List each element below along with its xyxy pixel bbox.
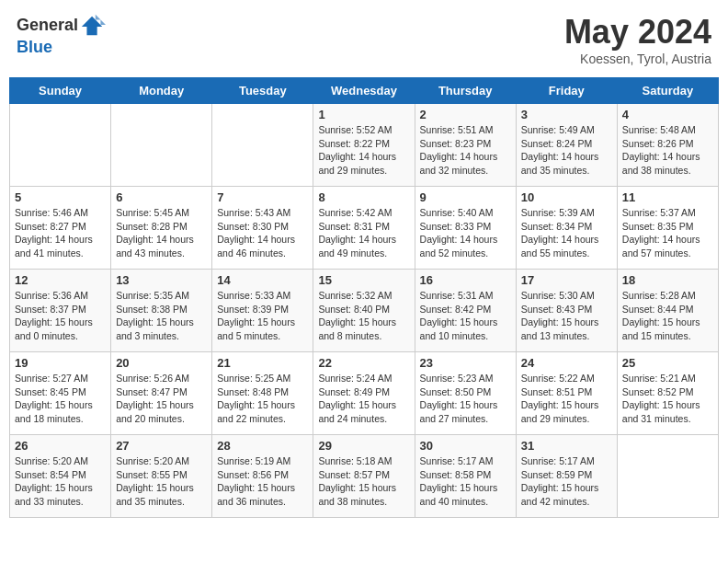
day-info: Sunrise: 5:39 AM Sunset: 8:34 PM Dayligh… bbox=[521, 206, 612, 260]
header-wednesday: Wednesday bbox=[313, 78, 415, 104]
calendar-cell: 5Sunrise: 5:46 AM Sunset: 8:27 PM Daylig… bbox=[10, 187, 111, 270]
header-saturday: Saturday bbox=[617, 78, 718, 104]
day-number: 10 bbox=[521, 190, 612, 204]
calendar-header: Sunday Monday Tuesday Wednesday Thursday… bbox=[10, 78, 719, 104]
calendar-table: Sunday Monday Tuesday Wednesday Thursday… bbox=[9, 77, 719, 518]
day-info: Sunrise: 5:28 AM Sunset: 8:44 PM Dayligh… bbox=[622, 289, 713, 343]
logo-blue: Blue bbox=[17, 38, 52, 56]
calendar-cell: 8Sunrise: 5:42 AM Sunset: 8:31 PM Daylig… bbox=[313, 187, 415, 270]
day-info: Sunrise: 5:20 AM Sunset: 8:55 PM Dayligh… bbox=[116, 454, 207, 509]
day-number: 27 bbox=[116, 439, 207, 453]
day-number: 15 bbox=[318, 273, 409, 287]
day-info: Sunrise: 5:51 AM Sunset: 8:23 PM Dayligh… bbox=[420, 123, 511, 178]
days-row: Sunday Monday Tuesday Wednesday Thursday… bbox=[10, 78, 719, 104]
day-info: Sunrise: 5:42 AM Sunset: 8:31 PM Dayligh… bbox=[318, 206, 409, 260]
day-number: 4 bbox=[622, 108, 713, 121]
day-number: 5 bbox=[15, 190, 106, 204]
calendar-cell: 21Sunrise: 5:25 AM Sunset: 8:48 PM Dayli… bbox=[212, 352, 313, 435]
header-monday: Monday bbox=[111, 78, 212, 104]
calendar-cell bbox=[10, 104, 111, 187]
day-number: 30 bbox=[420, 439, 511, 453]
day-info: Sunrise: 5:36 AM Sunset: 8:37 PM Dayligh… bbox=[15, 289, 106, 343]
day-number: 14 bbox=[217, 273, 308, 287]
calendar-cell: 14Sunrise: 5:33 AM Sunset: 8:39 PM Dayli… bbox=[212, 270, 313, 352]
day-number: 20 bbox=[116, 356, 207, 370]
calendar-cell: 29Sunrise: 5:18 AM Sunset: 8:57 PM Dayli… bbox=[313, 435, 415, 518]
day-number: 8 bbox=[318, 190, 409, 204]
logo-general: General bbox=[17, 17, 78, 35]
calendar-cell bbox=[111, 104, 212, 187]
calendar-title: May 2024 bbox=[564, 13, 711, 52]
day-number: 29 bbox=[318, 439, 409, 453]
day-info: Sunrise: 5:49 AM Sunset: 8:24 PM Dayligh… bbox=[521, 123, 612, 178]
day-info: Sunrise: 5:20 AM Sunset: 8:54 PM Dayligh… bbox=[15, 454, 106, 509]
calendar-week-3: 12Sunrise: 5:36 AM Sunset: 8:37 PM Dayli… bbox=[10, 270, 719, 352]
day-number: 23 bbox=[420, 356, 511, 370]
day-number: 2 bbox=[420, 108, 511, 121]
day-number: 13 bbox=[116, 273, 207, 287]
calendar-cell: 19Sunrise: 5:27 AM Sunset: 8:45 PM Dayli… bbox=[10, 352, 111, 435]
calendar-week-4: 19Sunrise: 5:27 AM Sunset: 8:45 PM Dayli… bbox=[10, 352, 719, 435]
calendar-cell: 11Sunrise: 5:37 AM Sunset: 8:35 PM Dayli… bbox=[617, 187, 718, 270]
day-info: Sunrise: 5:17 AM Sunset: 8:58 PM Dayligh… bbox=[420, 454, 511, 509]
calendar-cell: 28Sunrise: 5:19 AM Sunset: 8:56 PM Dayli… bbox=[212, 435, 313, 518]
day-number: 9 bbox=[420, 190, 511, 204]
calendar-cell: 27Sunrise: 5:20 AM Sunset: 8:55 PM Dayli… bbox=[111, 435, 212, 518]
calendar-cell: 23Sunrise: 5:23 AM Sunset: 8:50 PM Dayli… bbox=[415, 352, 516, 435]
calendar-cell: 4Sunrise: 5:48 AM Sunset: 8:26 PM Daylig… bbox=[617, 104, 718, 187]
day-info: Sunrise: 5:31 AM Sunset: 8:42 PM Dayligh… bbox=[420, 289, 511, 343]
day-number: 22 bbox=[318, 356, 409, 370]
calendar-cell: 17Sunrise: 5:30 AM Sunset: 8:43 PM Dayli… bbox=[516, 270, 617, 352]
calendar-cell: 7Sunrise: 5:43 AM Sunset: 8:30 PM Daylig… bbox=[212, 187, 313, 270]
day-number: 18 bbox=[622, 273, 713, 287]
day-number: 17 bbox=[521, 273, 612, 287]
day-info: Sunrise: 5:18 AM Sunset: 8:57 PM Dayligh… bbox=[318, 454, 409, 509]
day-number: 6 bbox=[116, 190, 207, 204]
day-number: 25 bbox=[622, 356, 713, 370]
day-number: 7 bbox=[217, 190, 308, 204]
day-info: Sunrise: 5:23 AM Sunset: 8:50 PM Dayligh… bbox=[420, 372, 511, 426]
day-info: Sunrise: 5:30 AM Sunset: 8:43 PM Dayligh… bbox=[521, 289, 612, 343]
header-friday: Friday bbox=[516, 78, 617, 104]
day-info: Sunrise: 5:32 AM Sunset: 8:40 PM Dayligh… bbox=[318, 289, 409, 343]
header-sunday: Sunday bbox=[10, 78, 111, 104]
logo-icon bbox=[80, 13, 106, 39]
calendar-cell: 26Sunrise: 5:20 AM Sunset: 8:54 PM Dayli… bbox=[10, 435, 111, 518]
calendar-cell: 30Sunrise: 5:17 AM Sunset: 8:58 PM Dayli… bbox=[415, 435, 516, 518]
day-number: 28 bbox=[217, 439, 308, 453]
page-header: General Blue May 2024 Koessen, Tyrol, Au… bbox=[9, 9, 719, 70]
calendar-week-5: 26Sunrise: 5:20 AM Sunset: 8:54 PM Dayli… bbox=[10, 435, 719, 518]
day-info: Sunrise: 5:27 AM Sunset: 8:45 PM Dayligh… bbox=[15, 372, 106, 426]
calendar-cell: 18Sunrise: 5:28 AM Sunset: 8:44 PM Dayli… bbox=[617, 270, 718, 352]
calendar-cell: 16Sunrise: 5:31 AM Sunset: 8:42 PM Dayli… bbox=[415, 270, 516, 352]
day-info: Sunrise: 5:26 AM Sunset: 8:47 PM Dayligh… bbox=[116, 372, 207, 426]
day-info: Sunrise: 5:33 AM Sunset: 8:39 PM Dayligh… bbox=[217, 289, 308, 343]
calendar-cell bbox=[617, 435, 718, 518]
header-thursday: Thursday bbox=[415, 78, 516, 104]
day-number: 12 bbox=[15, 273, 106, 287]
day-info: Sunrise: 5:25 AM Sunset: 8:48 PM Dayligh… bbox=[217, 372, 308, 426]
day-info: Sunrise: 5:24 AM Sunset: 8:49 PM Dayligh… bbox=[318, 372, 409, 426]
day-number: 3 bbox=[521, 108, 612, 121]
day-number: 11 bbox=[622, 190, 713, 204]
calendar-cell: 10Sunrise: 5:39 AM Sunset: 8:34 PM Dayli… bbox=[516, 187, 617, 270]
day-info: Sunrise: 5:37 AM Sunset: 8:35 PM Dayligh… bbox=[622, 206, 713, 260]
calendar-week-2: 5Sunrise: 5:46 AM Sunset: 8:27 PM Daylig… bbox=[10, 187, 719, 270]
calendar-cell: 2Sunrise: 5:51 AM Sunset: 8:23 PM Daylig… bbox=[415, 104, 516, 187]
day-info: Sunrise: 5:46 AM Sunset: 8:27 PM Dayligh… bbox=[15, 206, 106, 260]
day-info: Sunrise: 5:40 AM Sunset: 8:33 PM Dayligh… bbox=[420, 206, 511, 260]
calendar-cell: 31Sunrise: 5:17 AM Sunset: 8:59 PM Dayli… bbox=[516, 435, 617, 518]
calendar-week-1: 1Sunrise: 5:52 AM Sunset: 8:22 PM Daylig… bbox=[10, 104, 719, 187]
calendar-cell: 12Sunrise: 5:36 AM Sunset: 8:37 PM Dayli… bbox=[10, 270, 111, 352]
calendar-cell: 20Sunrise: 5:26 AM Sunset: 8:47 PM Dayli… bbox=[111, 352, 212, 435]
day-number: 21 bbox=[217, 356, 308, 370]
calendar-cell: 15Sunrise: 5:32 AM Sunset: 8:40 PM Dayli… bbox=[313, 270, 415, 352]
calendar-cell: 25Sunrise: 5:21 AM Sunset: 8:52 PM Dayli… bbox=[617, 352, 718, 435]
day-number: 26 bbox=[15, 439, 106, 453]
calendar-cell: 3Sunrise: 5:49 AM Sunset: 8:24 PM Daylig… bbox=[516, 104, 617, 187]
day-info: Sunrise: 5:45 AM Sunset: 8:28 PM Dayligh… bbox=[116, 206, 207, 260]
day-info: Sunrise: 5:48 AM Sunset: 8:26 PM Dayligh… bbox=[622, 123, 713, 178]
calendar-cell: 1Sunrise: 5:52 AM Sunset: 8:22 PM Daylig… bbox=[313, 104, 415, 187]
logo: General Blue bbox=[17, 13, 106, 57]
calendar-cell: 13Sunrise: 5:35 AM Sunset: 8:38 PM Dayli… bbox=[111, 270, 212, 352]
